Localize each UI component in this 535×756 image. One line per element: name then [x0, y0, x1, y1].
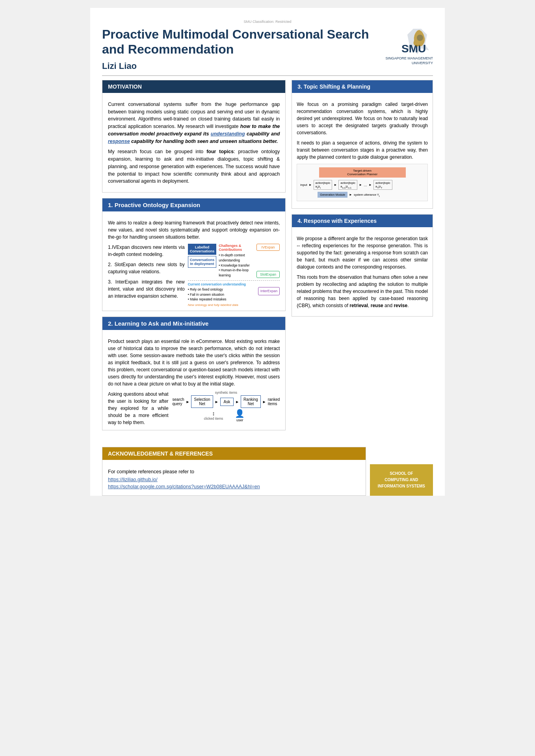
p-arrow4: ► — [369, 183, 372, 187]
ack-link2[interactable]: https://scholar.google.com.sg/citations?… — [108, 484, 260, 489]
motivation-bold: how to make the conversation model proac… — [108, 124, 280, 144]
left-column: MOTIVATION Current conversational system… — [102, 80, 286, 436]
author-name: Lizi Liao — [102, 61, 370, 71]
stage-n-box: action|topicaT|zT — [373, 180, 392, 190]
ask-flow: search query ► SelectionNet ► Ask ► Rank… — [173, 395, 280, 408]
down-arrow: ↕ — [212, 410, 215, 417]
footer-badge: SCHOOL OF COMPUTING AND INFORMATION SYST… — [370, 464, 433, 496]
motivation-para2: My research focus can be grouped into fo… — [108, 148, 280, 185]
planning-flow: input ► action|topicat|zt ► action|topic… — [300, 180, 424, 190]
gen-arrow: ► — [349, 193, 352, 196]
right-column: 3. Topic Shifting & Planning We focus on… — [292, 80, 433, 436]
ack-link1[interactable]: https://liziliao.github.io/ — [108, 477, 158, 482]
section2-body: Product search plays an essential role i… — [102, 334, 285, 426]
motivation-section: MOTIVATION Current conversational system… — [102, 80, 286, 193]
poster-title: Proactive Multimodal Conversational Sear… — [102, 27, 370, 57]
interexpan-label: InterExpan — [258, 287, 280, 296]
stage2-box: action|topicat+1|zt+1 — [338, 180, 357, 190]
p-arrow3: ► — [359, 183, 362, 187]
new-data-label: New ontology and fully labelled data — [188, 303, 280, 307]
labelled-conv-box: LabelledConversations — [188, 244, 217, 255]
gen-row: Generation Module ► system utterance Yt — [300, 192, 424, 198]
poster: SMU Classification: Restricted Proactive… — [90, 8, 445, 496]
footer-line2: COMPUTING AND — [385, 478, 418, 482]
section4-para2: This roots from the observation that hum… — [297, 274, 428, 309]
ranking-net-box: RankingNet — [241, 395, 261, 408]
ack-row: ACKNOWLEDGEMENT & REFERENCES For complet… — [102, 441, 433, 496]
section1-header: 1. Proactive Ontology Expansion — [102, 198, 285, 211]
arrow1: ► — [186, 400, 190, 404]
section2-box: 2. Learning to Ask and Mix-initiative Pr… — [102, 317, 286, 430]
stage1-box: action|topicat|zt — [314, 180, 333, 190]
clicked-items-label: clicked items — [204, 417, 223, 421]
section1-point3: 3. InterExpan integrates the new intent,… — [108, 278, 185, 300]
smu-logo: SMU SINGAPORE MANAGEMENTUNIVERSITY — [370, 27, 433, 65]
section4-header: 4. Response with Experiences — [292, 215, 433, 227]
selection-net-box: SelectionNet — [191, 395, 213, 408]
section2-header: 2. Learning to Ask and Mix-initiative — [102, 317, 285, 330]
conv-deploy-box: ConversationsIn deployment — [188, 256, 217, 268]
output-label: system utterance Yt — [354, 193, 380, 197]
section1-content-flex: 1.IVExpan discovers new intents via in-d… — [108, 244, 280, 307]
section3-para1: We focus on a promising paradigm called … — [297, 101, 428, 136]
ask-diagram: synthetic items search query ► Selection… — [173, 391, 280, 422]
ack-outer: ACKNOWLEDGEMENT & REFERENCES For complet… — [102, 441, 433, 496]
section4-para1: We propose a different angle for the res… — [297, 235, 428, 271]
arrow2: ► — [215, 400, 219, 404]
p-arrow2: ► — [334, 183, 337, 187]
section1-point1: 1.IVExpan discovers new intents via in-d… — [108, 244, 185, 258]
ack-section: ACKNOWLEDGEMENT & REFERENCES For complet… — [102, 447, 366, 496]
understanding-word: understanding — [211, 131, 245, 137]
revise-bold: revise — [394, 303, 407, 308]
section1-body: We aims to realize a deep learning frame… — [102, 215, 285, 307]
section3-para2: It needs to plan a sequence of actions, … — [297, 139, 428, 161]
svg-point-2 — [417, 35, 423, 41]
section4-body: We propose a different angle for the res… — [292, 231, 433, 309]
challenges-list: • In-depth context understanding • Knowl… — [219, 253, 254, 278]
section1-box: 1. Proactive Ontology Expansion We aims … — [102, 198, 286, 311]
ranked-items-label: ranked items — [268, 397, 280, 406]
slotexpan-label: SlotExpan — [256, 271, 280, 278]
ack-body: For complete references please refer to … — [102, 464, 366, 490]
footer-line1: SCHOOL OF — [390, 471, 413, 476]
search-query-label: search query — [173, 397, 184, 406]
current-understanding: Current conversation understanding • Rel… — [188, 280, 280, 307]
smu-logo-svg: SMU — [398, 27, 433, 56]
planner-box: Target-drivenConversation Planner — [319, 167, 406, 178]
section1-diagram: LabelledConversations ConversationsIn de… — [188, 244, 280, 307]
ask-box: Ask — [220, 398, 234, 406]
section1-para1: We aims to realize a deep learning frame… — [108, 219, 280, 241]
response-word: response — [108, 139, 130, 144]
section2-para2: Asking questions about what the user is … — [108, 391, 169, 426]
arrow3: ► — [235, 400, 239, 404]
section3-header: 3. Topic Shifting & Planning — [292, 80, 433, 93]
input-label: input — [300, 183, 307, 187]
clicked-items-area: ↕ clicked items 👤 user — [173, 409, 280, 422]
ivexpan-label: IVExpan — [256, 244, 280, 251]
current-title: Current conversation understanding — [188, 282, 280, 286]
user-icon: 👤 — [235, 409, 245, 418]
user-label: user — [236, 418, 243, 422]
title-area: Proactive Multimodal Conversational Sear… — [102, 27, 370, 71]
current-list: • Rely on fixed ontology • Fail in unsee… — [188, 287, 227, 302]
gen-module-box: Generation Module — [318, 192, 347, 198]
p-arrow: ► — [309, 183, 312, 187]
footer-line3: INFORMATION SYSTEMS — [378, 484, 425, 488]
section4-box: 4. Response with Experiences We propose … — [292, 214, 433, 317]
smu-subtitle: SINGAPORE MANAGEMENTUNIVERSITY — [385, 56, 433, 65]
arrow4: ► — [262, 400, 266, 404]
section2-para1: Product search plays an essential role i… — [108, 338, 280, 387]
header: Proactive Multimodal Conversational Sear… — [102, 27, 433, 71]
motivation-para1: Current conversational systems suffer fr… — [108, 101, 280, 145]
reuse-bold: reuse — [371, 303, 383, 308]
main-content: MOTIVATION Current conversational system… — [102, 80, 433, 436]
section3-box: 3. Topic Shifting & Planning We focus on… — [292, 80, 433, 209]
classification-bar: SMU Classification: Restricted — [102, 20, 433, 24]
footer-badge-area: SCHOOL OF COMPUTING AND INFORMATION SYST… — [370, 441, 433, 496]
section2-diagram-area: Asking questions about what the user is … — [108, 391, 280, 426]
ack-text: For complete references please refer to — [108, 468, 360, 476]
motivation-header: MOTIVATION — [102, 80, 285, 93]
retrieval-bold: retrieval — [349, 303, 368, 308]
section1-point2: 2. SlotExpan detects new slots by captur… — [108, 261, 185, 275]
challenges-title: Challenges & Contributions — [219, 244, 254, 252]
